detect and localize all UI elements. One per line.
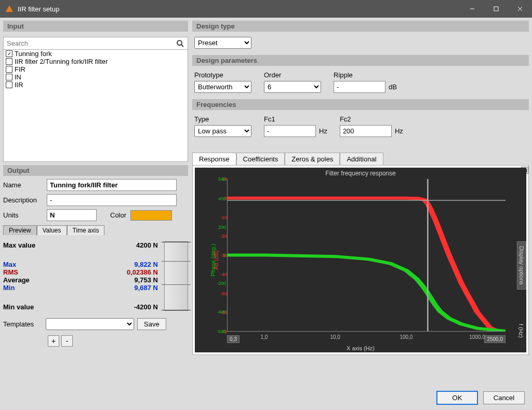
preset-select[interactable]: Preset <box>194 37 251 49</box>
display-options-tab[interactable]: Display options <box>517 241 526 290</box>
avg-label: Average <box>3 276 30 284</box>
ripple-label: Ripple <box>334 71 397 79</box>
max-label: Max <box>3 261 16 268</box>
fc2-label: Fc2 <box>340 115 403 123</box>
templates-label: Templates <box>3 320 43 328</box>
tab-coefficients[interactable]: Coefficients <box>236 153 285 165</box>
xmin-box[interactable]: 0,3 <box>227 335 240 343</box>
maximize-button[interactable] <box>484 0 508 18</box>
checkbox-icon[interactable] <box>6 58 12 65</box>
input-header: Input <box>3 21 188 32</box>
output-header: Output <box>3 165 188 176</box>
list-item[interactable]: IIR <box>4 81 188 89</box>
chart-plot[interactable] <box>227 179 506 332</box>
ripple-input[interactable] <box>334 81 385 93</box>
tab-additional[interactable]: Additional <box>340 153 383 165</box>
search-box[interactable] <box>3 37 188 50</box>
design-type-header: Design type <box>192 21 529 32</box>
template-add-button[interactable]: + <box>48 335 59 347</box>
close-button[interactable] <box>508 0 532 18</box>
tab-values[interactable]: Values <box>37 225 67 235</box>
level-gauge <box>164 241 188 311</box>
units-input[interactable] <box>47 209 97 221</box>
rms-label: RMS <box>3 268 18 276</box>
color-swatch[interactable] <box>130 210 172 221</box>
order-select[interactable]: 6 <box>264 81 321 93</box>
list-item-label: Tunning fork <box>15 50 52 58</box>
units-label: Units <box>3 211 43 219</box>
checkbox-icon[interactable]: ✓ <box>6 50 12 57</box>
tab-preview[interactable]: Preview <box>3 225 37 235</box>
fc2-unit: Hz <box>395 127 403 135</box>
rms-value: 0,02386 N <box>127 268 158 276</box>
input-list[interactable]: ✓Tunning fork IIR filter 2/Tunning fork/… <box>3 50 188 162</box>
order-label: Order <box>264 71 321 79</box>
search-icon <box>176 39 184 48</box>
maxvalue: 4200 N <box>136 241 158 249</box>
list-item-label: IN <box>15 73 21 81</box>
checkbox-icon[interactable] <box>6 74 12 80</box>
frequencies-header: Frequencies <box>192 99 529 110</box>
max-value: 9,822 N <box>134 261 158 268</box>
svg-marker-0 <box>6 5 13 12</box>
svg-point-5 <box>177 40 182 45</box>
templates-select[interactable] <box>46 318 134 330</box>
type-label: Type <box>194 115 251 123</box>
list-item[interactable]: IIR filter 2/Tunning fork/IIR filter <box>4 58 188 65</box>
name-label: Name <box>3 181 43 189</box>
x-right-label: f (Hz) <box>518 324 524 338</box>
min-value: 9,687 N <box>134 284 158 292</box>
save-button[interactable]: Save <box>137 318 166 330</box>
xmax-box[interactable]: 2500,0 <box>484 335 506 343</box>
name-input[interactable] <box>47 179 177 191</box>
titlebar: IIR filter setup <box>0 0 532 18</box>
ripple-unit: dB <box>389 83 397 91</box>
window-title: IIR filter setup <box>18 5 460 13</box>
ok-button[interactable]: OK <box>436 391 478 405</box>
fc1-label: Fc1 <box>264 115 327 123</box>
list-item-label: IIR <box>15 81 23 89</box>
fc2-input[interactable] <box>340 125 392 137</box>
fc1-unit: Hz <box>319 127 327 135</box>
list-item[interactable]: IN <box>4 73 188 81</box>
svg-line-6 <box>181 45 183 47</box>
minimize-button[interactable] <box>460 0 484 18</box>
tab-zeros-poles[interactable]: Zeros & poles <box>285 153 340 165</box>
color-label: Color <box>110 211 126 219</box>
chart-title: Filter frequency response <box>195 170 526 177</box>
svg-rect-2 <box>494 7 498 11</box>
app-icon <box>5 5 14 13</box>
tab-time-axis[interactable]: Time axis <box>67 225 105 235</box>
prototype-label: Prototype <box>194 71 251 79</box>
list-item[interactable]: ✓Tunning fork <box>4 50 188 58</box>
design-params-header: Design parameters <box>192 55 529 66</box>
description-input[interactable] <box>47 194 177 206</box>
checkbox-icon[interactable] <box>6 81 12 88</box>
list-item-label: IIR filter 2/Tunning fork/IIR filter <box>15 58 108 65</box>
minvalue-label: Min value <box>3 303 34 311</box>
prototype-select[interactable]: Butterworth <box>194 81 251 93</box>
type-select[interactable]: Low pass <box>194 125 251 137</box>
min-label: Min <box>3 284 15 292</box>
graph-panel: ◀ Filter frequency response Phase (deg.)… <box>192 165 529 355</box>
description-label: Description <box>3 196 43 204</box>
tab-response[interactable]: Response <box>192 153 236 165</box>
minvalue: -4200 N <box>134 303 158 311</box>
avg-value: 9,753 N <box>134 276 158 284</box>
list-item-label: FIR <box>15 65 25 73</box>
x-axis-label: X axis (Hz) <box>347 345 375 351</box>
fc1-input[interactable] <box>264 125 316 137</box>
list-item[interactable]: FIR <box>4 65 188 73</box>
search-input[interactable] <box>7 38 176 48</box>
checkbox-icon[interactable] <box>6 66 12 73</box>
cancel-button[interactable]: Cancel <box>483 391 525 404</box>
template-remove-button[interactable]: - <box>61 335 73 347</box>
maxvalue-label: Max value <box>3 241 35 249</box>
